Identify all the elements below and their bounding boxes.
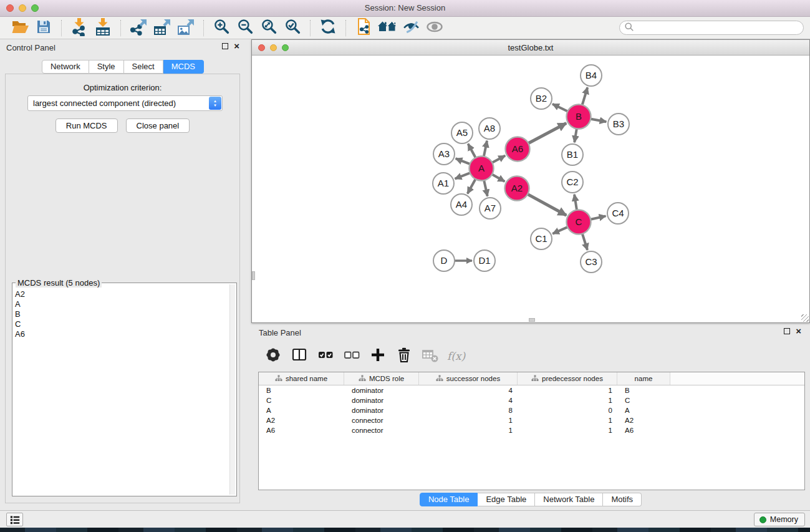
refresh-button[interactable] [316, 19, 340, 37]
hide-graphics-details-button[interactable] [399, 19, 423, 37]
table-row-A6[interactable]: A6connector11A6 [259, 425, 804, 435]
graph-node-B3[interactable]: B3 [608, 114, 629, 135]
open-file-button[interactable] [8, 19, 32, 37]
home-view-button[interactable] [375, 19, 399, 37]
toolbar-group [2, 20, 61, 36]
graph-node-B[interactable]: B [567, 105, 591, 129]
search-input[interactable] [634, 22, 803, 34]
cell-successor-nodes: 1 [419, 425, 518, 435]
graph-edge-A-A6 [491, 156, 505, 163]
select-all-button[interactable] [315, 346, 336, 366]
graph-node-A4[interactable]: A4 [451, 194, 472, 215]
close-table-panel-icon[interactable]: × [796, 328, 801, 334]
float-panel-icon[interactable] [222, 43, 228, 49]
network-canvas[interactable]: B4B2BB3A8A5A6B1A3AC2A1A2A4A7C4CC1DD1C3 [252, 56, 809, 322]
import-network-button[interactable] [67, 19, 91, 37]
graph-node-A7[interactable]: A7 [480, 198, 501, 219]
graph-node-A1[interactable]: A1 [433, 173, 454, 194]
zoom-selected-button[interactable] [281, 19, 304, 37]
add-column-button[interactable] [367, 346, 388, 366]
column-type-icon [436, 375, 443, 383]
graph-node-A[interactable]: A [470, 157, 494, 181]
svg-text:A: A [478, 163, 485, 173]
mcds-result-item[interactable]: C [15, 319, 236, 329]
graph-node-D[interactable]: D [433, 250, 455, 271]
graph-node-C3[interactable]: C3 [581, 251, 602, 273]
tab-edge-table[interactable]: Edge Table [478, 493, 535, 506]
task-history-button[interactable] [6, 513, 23, 526]
svg-text:A7: A7 [485, 203, 496, 213]
graph-node-C1[interactable]: C1 [531, 228, 552, 249]
table-settings-button[interactable] [263, 346, 284, 366]
graph-node-A5[interactable]: A5 [451, 122, 473, 143]
close-panel-button[interactable]: Close panel [126, 118, 190, 133]
mcds-result-item[interactable]: A [15, 299, 236, 309]
column-type-icon [359, 375, 366, 383]
graph-node-A6[interactable]: A6 [506, 137, 530, 162]
export-network-button[interactable] [127, 19, 150, 37]
deselect-all-icon [344, 347, 360, 365]
result-scrollbar[interactable] [229, 284, 235, 495]
zoom-fit-button[interactable] [257, 19, 281, 37]
graph-node-B1[interactable]: B1 [562, 144, 583, 165]
column-header-successor-nodes[interactable]: successor nodes [419, 372, 518, 385]
table-row-B[interactable]: Bdominator41B [259, 385, 804, 395]
mcds-result-item[interactable]: A2 [15, 289, 236, 299]
horizontal-scrollbar-thumb[interactable] [529, 318, 535, 322]
optimization-criterion-select[interactable]: largest connected component (directed) ▲… [27, 95, 223, 111]
graph-node-A2[interactable]: A2 [505, 177, 529, 201]
tab-network-table[interactable]: Network Table [535, 493, 603, 506]
tab-style[interactable]: Style [89, 60, 124, 74]
graph-node-D1[interactable]: D1 [474, 250, 495, 271]
mcds-result-item[interactable]: A6 [15, 329, 236, 339]
tab-motifs[interactable]: Motifs [603, 493, 642, 506]
float-table-panel-icon[interactable] [784, 328, 790, 334]
svg-text:B4: B4 [586, 70, 597, 80]
cell-predecessor-nodes: 1 [518, 385, 617, 395]
graph-node-C[interactable]: C [567, 210, 591, 235]
graph-node-A8[interactable]: A8 [479, 118, 500, 139]
graph-node-A3[interactable]: A3 [433, 143, 455, 165]
save-session-button[interactable] [32, 19, 55, 37]
column-header-MCDS-role[interactable]: MCDS role [344, 372, 419, 385]
show-graphics-details-button[interactable] [423, 19, 446, 37]
tab-select[interactable]: Select [124, 60, 163, 74]
column-header-name[interactable]: name [617, 372, 670, 385]
tab-node-table[interactable]: Node Table [420, 493, 478, 506]
column-header-label: MCDS role [369, 375, 404, 382]
tab-network[interactable]: Network [42, 60, 89, 74]
graph-node-B2[interactable]: B2 [531, 88, 552, 109]
table-row-A[interactable]: Adominator80A [259, 405, 804, 415]
mcds-result-list: A2ABCA6 [12, 283, 236, 339]
column-header-shared-name[interactable]: shared name [259, 372, 344, 385]
export-image-button[interactable] [174, 19, 198, 37]
graph-edge-A-A3 [456, 158, 471, 164]
zoom-out-button[interactable] [233, 19, 257, 37]
graph-node-C2[interactable]: C2 [562, 172, 583, 193]
export-table-button[interactable] [150, 19, 174, 37]
import-table-button[interactable] [91, 19, 115, 37]
zoom-in-button[interactable] [210, 19, 233, 37]
column-split-button[interactable] [289, 346, 310, 366]
close-panel-icon[interactable]: × [234, 43, 239, 49]
main-toolbar [0, 17, 810, 39]
table-tabs: Node TableEdge TableNetwork TableMotifs [251, 493, 810, 506]
tab-mcds[interactable]: MCDS [163, 60, 204, 74]
deselect-all-button[interactable] [341, 346, 362, 366]
vertical-scrollbar-thumb[interactable] [252, 271, 255, 280]
resize-grip[interactable] [801, 314, 809, 322]
svg-text:A5: A5 [456, 127, 468, 138]
memory-button[interactable]: Memory [754, 513, 805, 526]
table-row-C[interactable]: Cdominator41C [259, 395, 804, 405]
duplicate-network-button[interactable] [352, 19, 375, 37]
graph-edge-A6-B [528, 123, 566, 144]
mcds-result-item[interactable]: B [15, 309, 236, 319]
delete-column-button[interactable] [393, 346, 415, 366]
run-mcds-button[interactable]: Run MCDS [55, 118, 118, 133]
svg-text:A1: A1 [438, 178, 449, 188]
table-header-row: shared nameMCDS rolesuccessor nodesprede… [259, 372, 804, 385]
graph-node-B4[interactable]: B4 [581, 65, 602, 86]
column-header-predecessor-nodes[interactable]: predecessor nodes [518, 372, 617, 385]
table-row-A2[interactable]: A2connector11A2 [259, 415, 804, 425]
graph-node-C4[interactable]: C4 [607, 203, 629, 224]
